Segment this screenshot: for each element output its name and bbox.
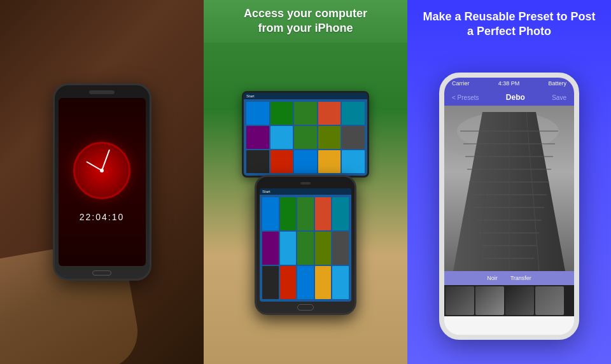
win8-taskbar: Start [244, 93, 367, 99]
building-svg [444, 106, 574, 271]
panel-2-content: Start [235, 43, 376, 364]
phone-home-button[interactable] [92, 270, 111, 276]
thumb-3[interactable] [505, 286, 534, 315]
ptile-3 [297, 197, 314, 230]
phone-1-screen: 22:04:10 [59, 98, 146, 266]
preset-noir[interactable]: Noir [482, 274, 503, 283]
carrier-label: Carrier [452, 80, 470, 87]
thumb-4[interactable] [535, 286, 564, 315]
thumb-1[interactable] [446, 286, 474, 315]
phone-container-1: 22:04:10 [45, 74, 159, 290]
win8-tiles [244, 99, 367, 176]
clock-face [73, 142, 130, 199]
ptile-11 [262, 266, 279, 299]
save-button[interactable]: Save [552, 94, 566, 101]
monitor-screen: Start [244, 93, 367, 176]
tile-15 [342, 150, 365, 173]
panel-remote-desktop: Access your computer from your iPhone St… [204, 0, 407, 364]
tile-4 [318, 102, 341, 125]
phone-notch [89, 90, 115, 94]
ptile-1 [262, 197, 279, 230]
panel-2-header: Access your computer from your iPhone [204, 0, 407, 43]
ptile-8 [297, 232, 314, 265]
tile-9 [318, 126, 341, 149]
phone-3-inner: Carrier 4:38 PM Battery < Presets Debo S… [444, 78, 574, 335]
panel-3-title: Make a Reusable Preset to Post a Perfect… [423, 10, 595, 38]
time-label: 4:38 PM [498, 80, 520, 87]
phone-2-home-button[interactable] [297, 304, 314, 311]
ptile-5 [332, 197, 349, 230]
tile-5 [342, 102, 365, 125]
ptile-15 [332, 266, 349, 299]
win8-tiles-phone [260, 195, 351, 302]
tile-14 [318, 150, 341, 173]
ptile-7 [280, 232, 297, 265]
ptile-13 [297, 266, 314, 299]
phone-1: 22:04:10 [53, 83, 151, 281]
panel-2-title-line1: Access your computer [244, 7, 367, 20]
phone-3-statusbar: Carrier 4:38 PM Battery [444, 78, 574, 89]
phone-3: Carrier 4:38 PM Battery < Presets Debo S… [439, 73, 579, 340]
panel-photo-presets: Make a Reusable Preset to Post a Perfect… [407, 0, 611, 364]
ptile-12 [280, 266, 297, 299]
nav-title: Debo [506, 93, 525, 102]
tile-11 [246, 150, 269, 173]
tile-7 [270, 126, 293, 149]
back-button[interactable]: < Presets [452, 94, 479, 101]
ptile-10 [332, 232, 349, 265]
ptile-9 [315, 232, 332, 265]
tile-13 [294, 150, 317, 173]
battery-label: Battery [548, 80, 566, 87]
thumbnails-strip [444, 285, 574, 316]
tile-6 [246, 126, 269, 149]
presets-bar: Noir Transfer [444, 271, 574, 285]
tile-2 [270, 102, 293, 125]
ptile-14 [315, 266, 332, 299]
win8-start: Start [246, 94, 255, 98]
photo-area [444, 106, 574, 271]
win8-screen: Start [244, 93, 367, 176]
ptile-2 [280, 197, 297, 230]
win8-start-phone: Start [262, 190, 270, 193]
panel-clock: 22:04:10 [0, 0, 204, 364]
panel-3-header: Make a Reusable Preset to Post a Perfect… [407, 0, 611, 49]
tile-12 [270, 150, 293, 173]
clock-minute-hand [101, 150, 110, 171]
clock-digital-time: 22:04:10 [80, 212, 125, 222]
thumb-2[interactable] [475, 286, 504, 315]
ptile-4 [315, 197, 332, 230]
preset-transfer[interactable]: Transfer [505, 274, 537, 283]
tile-1 [246, 102, 269, 125]
ptile-6 [262, 232, 279, 265]
phone-2: Start [255, 175, 356, 315]
panel-3-content: Carrier 4:38 PM Battery < Presets Debo S… [439, 49, 579, 364]
win8-taskbar-phone: Start [260, 188, 351, 195]
phone-3-navbar: < Presets Debo Save [444, 89, 574, 106]
monitor: Start [242, 91, 369, 178]
panel-2-title-line2: from your iPhone [258, 22, 353, 34]
tile-10 [342, 126, 365, 149]
win8-screen-phone: Start [260, 188, 351, 302]
phone-2-camera [300, 182, 311, 185]
phone-2-screen: Start [260, 188, 351, 302]
tile-3 [294, 102, 317, 125]
tile-8 [294, 126, 317, 149]
clock-center-dot [100, 169, 104, 172]
phone-2-wrap: Start [255, 175, 356, 315]
